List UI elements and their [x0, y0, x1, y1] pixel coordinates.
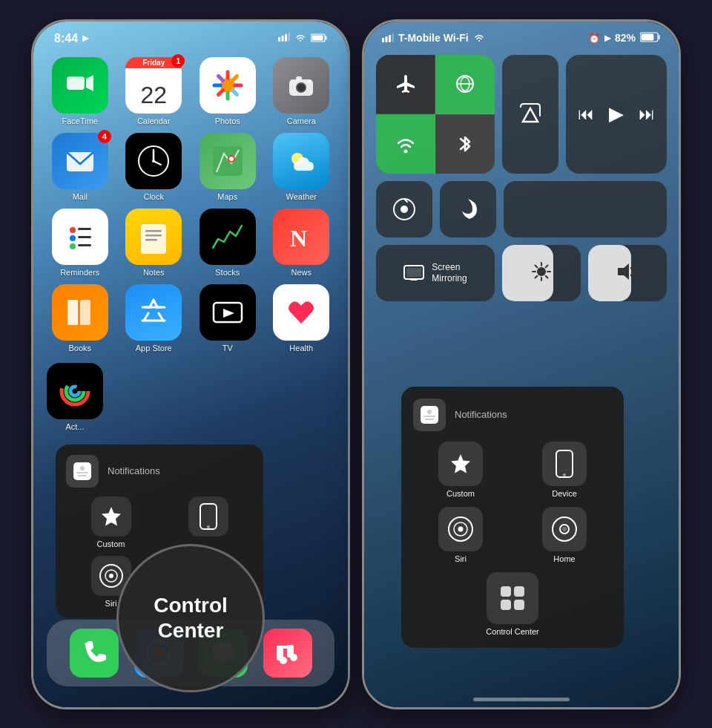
do-not-disturb-tile[interactable] — [440, 181, 496, 237]
bluetooth-btn[interactable] — [435, 114, 495, 174]
app-tv[interactable]: TV — [194, 284, 261, 352]
svg-rect-77 — [406, 268, 421, 277]
svg-rect-65 — [389, 35, 391, 42]
notes-icon — [125, 209, 182, 265]
right-siri-label: Siri — [455, 554, 467, 563]
right-home-item[interactable]: Home — [517, 507, 612, 563]
right-device-item[interactable]: Device — [517, 442, 612, 498]
wifi-icon — [294, 32, 306, 45]
wifi-btn[interactable] — [376, 114, 435, 174]
app-appstore[interactable]: App Store — [121, 284, 188, 352]
app-mail[interactable]: 4 Mail — [47, 133, 113, 201]
dock-music[interactable] — [263, 629, 312, 678]
reminders-icon — [52, 209, 108, 265]
svg-rect-49 — [200, 504, 217, 529]
tv-label: TV — [222, 344, 233, 352]
stocks-icon — [200, 209, 256, 265]
calendar-icon: Friday 22 1 — [125, 57, 182, 114]
right-control-center-item[interactable]: Control Center — [486, 572, 539, 636]
app-weather[interactable]: Weather — [268, 133, 335, 201]
right-home-icon — [542, 507, 587, 551]
siri-label-left: Siri — [105, 599, 117, 608]
right-notifications-label: Notifications — [455, 409, 507, 420]
volume-slider[interactable] — [588, 245, 667, 301]
mail-badge: 4 — [98, 130, 111, 143]
signal-icon — [278, 33, 290, 44]
app-camera[interactable]: Camera — [268, 57, 335, 125]
context-item-custom[interactable]: Custom — [66, 496, 156, 548]
svg-rect-62 — [277, 646, 294, 649]
svg-marker-40 — [223, 309, 234, 318]
dock-phone[interactable] — [70, 629, 119, 678]
svg-marker-48 — [102, 507, 121, 526]
news-label: News — [291, 268, 312, 277]
svg-rect-33 — [145, 239, 157, 241]
airplane-btn[interactable] — [376, 55, 435, 114]
app-stocks[interactable]: Stocks — [194, 209, 261, 277]
right-context-header: Notifications — [413, 399, 612, 431]
app-reminders[interactable]: Reminders — [47, 209, 113, 277]
play-btn[interactable]: ▶ — [609, 102, 624, 125]
health-icon — [273, 284, 329, 341]
svg-rect-0 — [278, 37, 280, 42]
app-calendar[interactable]: Friday 22 1 Calendar — [121, 57, 188, 125]
right-signal-icon — [382, 32, 394, 45]
app-photos[interactable]: Photos — [194, 57, 261, 125]
brightness-slider[interactable] — [502, 245, 581, 301]
screen-mirror-tile[interactable]: ScreenMirroring — [376, 245, 495, 301]
app-facetime[interactable]: FaceTime — [47, 57, 113, 125]
custom-label-left: Custom — [97, 540, 125, 548]
svg-rect-66 — [392, 33, 395, 42]
svg-point-89 — [427, 410, 432, 414]
control-center-grid: ⏮ ▶ ⏭ — [364, 47, 679, 309]
orientation-lock-tile[interactable] — [376, 181, 432, 237]
right-location-icon: ▶ — [604, 33, 610, 43]
app-maps[interactable]: Maps — [194, 133, 261, 201]
app-notes[interactable]: Notes — [121, 209, 188, 277]
svg-rect-91 — [425, 419, 434, 420]
svg-point-97 — [458, 526, 464, 531]
phone-app-icon — [70, 629, 119, 678]
right-status-right: ⏰ ▶ 82% — [588, 32, 661, 45]
device-icon — [188, 496, 228, 537]
right-custom-item[interactable]: Custom — [413, 442, 508, 498]
clock-icon — [125, 133, 182, 189]
context-notifications-label: Notifications — [108, 465, 160, 476]
context-item-device[interactable] — [163, 496, 253, 548]
app-books[interactable]: Books — [47, 284, 113, 352]
airplay-tile[interactable] — [502, 55, 558, 174]
appstore-icon — [125, 284, 182, 341]
app-health[interactable]: Health — [268, 284, 335, 352]
svg-rect-61 — [277, 648, 283, 660]
next-btn[interactable]: ⏭ — [639, 105, 655, 124]
svg-point-14 — [308, 80, 311, 83]
svg-rect-101 — [501, 586, 511, 597]
svg-rect-29 — [78, 244, 91, 246]
control-center-label: ControlCenter — [154, 593, 228, 643]
brightness-icon — [531, 261, 552, 285]
svg-rect-46 — [76, 472, 88, 473]
right-siri-item[interactable]: Siri — [413, 507, 508, 563]
right-status-left: T-Mobile Wi-Fi — [382, 32, 485, 45]
screen-mirror-label: ScreenMirroring — [432, 262, 467, 283]
svg-point-19 — [152, 160, 155, 163]
news-icon: N — [273, 209, 329, 265]
app-news[interactable]: N News — [268, 209, 335, 277]
custom-icon-left — [91, 496, 131, 537]
mail-icon: 4 — [52, 133, 108, 189]
svg-rect-5 — [326, 36, 327, 40]
activity-icon — [47, 363, 103, 419]
empty-tile — [504, 181, 667, 237]
cc-row-1: ⏮ ▶ ⏭ — [376, 55, 667, 174]
reminders-label: Reminders — [60, 268, 99, 277]
cc-row-2 — [376, 181, 667, 237]
control-center-button[interactable]: ControlCenter — [116, 544, 265, 692]
svg-rect-3 — [289, 33, 291, 42]
screenshots-container: 8:44 ▶ — [16, 4, 696, 724]
camera-icon — [273, 57, 329, 114]
app-clock[interactable]: Clock — [121, 133, 188, 201]
svg-point-73 — [403, 149, 407, 153]
prev-btn[interactable]: ⏮ — [578, 105, 594, 124]
cellular-btn[interactable] — [435, 55, 495, 114]
context-menu-header: Notifications — [66, 455, 253, 488]
